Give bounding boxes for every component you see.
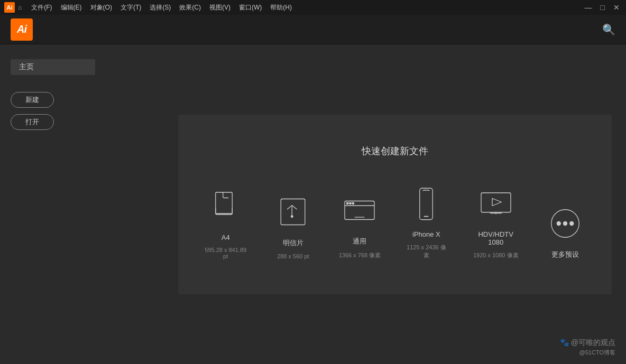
preset-name-hdtv: HDV/HDTV 1080 (472, 230, 520, 246)
quick-create-title: 快速创建新文件 (362, 145, 428, 157)
svg-point-18 (564, 222, 567, 226)
preset-icon-general (338, 189, 381, 231)
svg-point-19 (570, 222, 574, 226)
app-logo: Ai (11, 18, 33, 41)
window-control[interactable]: — (583, 3, 594, 12)
watermark-line1: 🐾 @可唯的观点 (560, 338, 615, 348)
svg-point-3 (291, 216, 293, 218)
preset-size-postcard: 288 x 560 pt (277, 253, 309, 259)
svg-point-8 (352, 202, 354, 204)
preset-name-a4: A4 (222, 234, 230, 241)
menu-item-文字(T)[interactable]: 文字(T) (116, 3, 145, 12)
svg-marker-13 (492, 199, 502, 206)
menu-item-窗口(W)[interactable]: 窗口(W) (235, 3, 266, 12)
preset-icon-iphonex (405, 183, 447, 225)
svg-rect-1 (281, 199, 306, 225)
preset-icon-postcard (272, 191, 314, 233)
svg-point-6 (347, 202, 349, 204)
svg-rect-12 (481, 193, 511, 212)
new-button[interactable]: 新建 (11, 92, 54, 108)
presets-row: A4595.28 x 841.89 pt 明信片288 x 560 pt 通用1… (199, 179, 591, 264)
preset-item-a4[interactable]: A4595.28 x 841.89 pt (199, 182, 252, 264)
preset-item-iphonex[interactable]: iPhone X1125 x 2436 像素 (401, 179, 452, 264)
sidebar: 主页 新建 打开 (0, 44, 164, 364)
preset-size-a4: 595.28 x 841.89 pt (204, 247, 247, 259)
preset-size-hdtv: 1920 x 1080 像素 (473, 251, 519, 259)
menu-item-帮助(H)[interactable]: 帮助(H) (266, 3, 296, 12)
preset-icon-more (544, 202, 586, 245)
home-label: 主页 (11, 59, 95, 75)
svg-rect-10 (420, 188, 433, 220)
preset-name-iphonex: iPhone X (412, 230, 440, 238)
preset-item-general[interactable]: 通用1366 x 768 像素 (334, 185, 385, 264)
window-controls: —□✕ (583, 3, 622, 12)
preset-name-more: 更多预设 (551, 250, 579, 259)
preset-name-general: 通用 (353, 237, 366, 246)
preset-icon-a4 (205, 186, 247, 228)
svg-point-7 (349, 202, 352, 204)
svg-point-17 (557, 222, 560, 226)
preset-size-general: 1366 x 768 像素 (339, 251, 381, 259)
menu-bar: 文件(F)编辑(E)对象(O)文字(T)选择(S)效果(C)视图(V)窗口(W)… (27, 3, 296, 12)
preset-size-iphonex: 1125 x 2436 像素 (405, 244, 447, 259)
menu-item-选择(S)[interactable]: 选择(S) (145, 3, 175, 12)
open-button[interactable]: 打开 (11, 114, 54, 130)
preset-name-postcard: 明信片 (283, 238, 303, 248)
quick-create-panel: 快速创建新文件 A4595.28 x 841.89 pt 明信片288 x 56… (178, 115, 612, 294)
preset-item-hdtv[interactable]: HDV/HDTV 10801920 x 1080 像素 (467, 179, 524, 264)
preset-item-postcard[interactable]: 明信片288 x 560 pt (268, 186, 318, 264)
header: Ai 🔍 (0, 15, 626, 44)
menu-item-对象(O)[interactable]: 对象(O) (86, 3, 116, 12)
home-nav-icon[interactable]: ⌂ (18, 4, 22, 11)
main-area: 主页 新建 打开 快速创建新文件 A4595.28 x 841.89 pt 明信… (0, 44, 626, 364)
menu-item-文件(F)[interactable]: 文件(F) (27, 3, 56, 12)
window-control[interactable]: □ (599, 3, 607, 12)
watermark: 🐾 @可唯的观点 @51CTO博客 (560, 338, 615, 357)
title-bar-ai-icon: Ai (4, 2, 15, 13)
search-icon[interactable]: 🔍 (602, 23, 615, 36)
menu-item-编辑(E)[interactable]: 编辑(E) (57, 3, 86, 12)
svg-rect-0 (215, 192, 232, 213)
content-area: 快速创建新文件 A4595.28 x 841.89 pt 明信片288 x 56… (164, 44, 626, 364)
menu-item-效果(C)[interactable]: 效果(C) (175, 3, 205, 12)
sidebar-buttons: 新建 打开 (11, 92, 153, 130)
window-control[interactable]: ✕ (611, 3, 622, 12)
title-bar: Ai ⌂ 文件(F)编辑(E)对象(O)文字(T)选择(S)效果(C)视图(V)… (0, 0, 626, 15)
preset-icon-hdtv (475, 183, 517, 225)
watermark-line2: @51CTO博客 (579, 349, 615, 357)
preset-item-more[interactable]: 更多预设 (540, 198, 591, 264)
menu-item-视图(V)[interactable]: 视图(V) (205, 3, 235, 12)
